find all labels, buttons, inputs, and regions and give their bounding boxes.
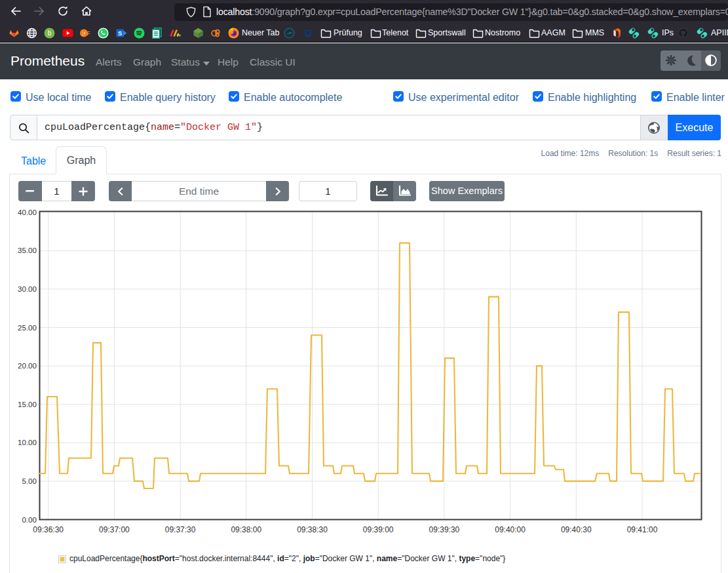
svg-text:b: b — [48, 30, 52, 37]
svg-text:09:37:00: 09:37:00 — [99, 525, 130, 534]
svg-text:09:40:30: 09:40:30 — [561, 525, 592, 534]
svg-text:30.00: 30.00 — [18, 285, 37, 293]
svg-text:DF: DF — [83, 30, 90, 37]
svg-text:0.00: 0.00 — [22, 515, 37, 524]
svg-text:5.00: 5.00 — [22, 477, 37, 485]
svg-text:S: S — [118, 30, 122, 37]
svg-text:40.00: 40.00 — [18, 208, 37, 216]
svg-text:15.00: 15.00 — [18, 400, 37, 408]
svg-text:09:38:00: 09:38:00 — [231, 525, 261, 534]
svg-text:10.00: 10.00 — [18, 438, 37, 446]
svg-text:25.00: 25.00 — [18, 323, 37, 332]
svg-text:09:40:00: 09:40:00 — [495, 525, 526, 534]
svg-text:09:41:00: 09:41:00 — [627, 525, 658, 534]
svg-text:09:36:30: 09:36:30 — [33, 525, 64, 534]
svg-text:09:39:00: 09:39:00 — [363, 525, 394, 534]
svg-text:09:38:30: 09:38:30 — [297, 525, 328, 534]
svg-text:09:37:30: 09:37:30 — [165, 525, 196, 534]
svg-text:20.00: 20.00 — [18, 361, 37, 370]
svg-text:09:39:30: 09:39:30 — [429, 525, 460, 534]
svg-text:35.00: 35.00 — [18, 246, 37, 254]
